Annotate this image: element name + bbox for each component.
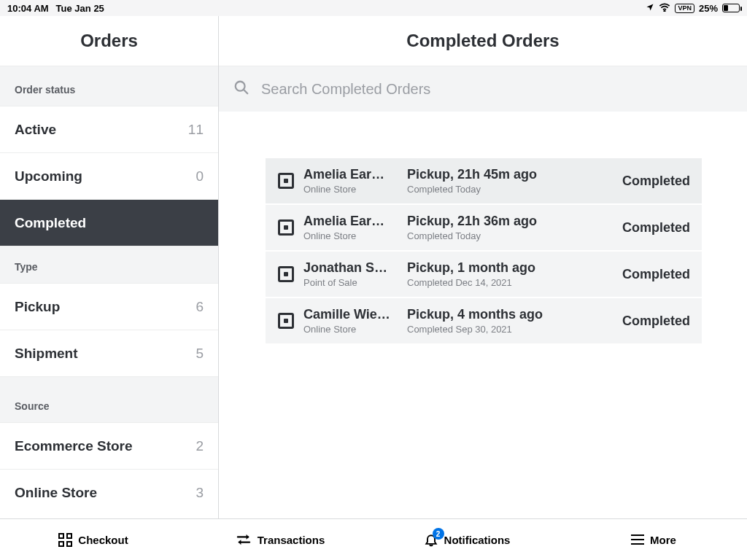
sidebar-item-count: 0: [196, 168, 204, 184]
sidebar-item-upcoming[interactable]: Upcoming 0: [0, 153, 218, 200]
order-status: Completed: [622, 174, 694, 189]
sidebar-item-label: Upcoming: [15, 168, 82, 184]
nav-transactions[interactable]: Transactions: [187, 533, 374, 546]
order-completed-date: Completed Today: [407, 230, 622, 241]
wifi-icon: [659, 3, 670, 14]
sidebar-item-count: 5: [196, 346, 204, 362]
sidebar-item-active[interactable]: Active 11: [0, 106, 218, 153]
sidebar-item-label: Pickup: [15, 299, 60, 315]
sidebar-item-shipment[interactable]: Shipment 5: [0, 330, 218, 377]
sidebar-item-pickup[interactable]: Pickup 6: [0, 284, 218, 330]
sidebar-item-online-store[interactable]: Online Store 3: [0, 470, 218, 516]
nav-label: More: [650, 534, 676, 546]
sidebar-item-label: Shipment: [15, 346, 78, 362]
nav-label: Checkout: [78, 534, 128, 546]
search-input[interactable]: [261, 81, 732, 98]
bottom-nav: Checkout Transactions 2 Notifications Mo…: [0, 518, 747, 560]
square-icon: [271, 266, 301, 282]
sidebar-item-label: Online Store: [15, 485, 97, 501]
order-list: Amelia Ear… Online Store Pickup, 21h 45m…: [219, 112, 747, 345]
grid-icon: [58, 533, 72, 547]
section-type: Type: [0, 246, 218, 284]
sidebar-item-label: Active: [15, 122, 56, 138]
sidebar-item-count: 3: [196, 485, 204, 501]
battery-percentage: 25%: [699, 3, 718, 14]
order-row[interactable]: Amelia Ear… Online Store Pickup, 21h 45m…: [266, 158, 702, 205]
sidebar-item-label: Ecommerce Store: [15, 438, 133, 454]
square-icon: [271, 313, 301, 329]
order-row[interactable]: Jonathan S… Point of Sale Pickup, 1 mont…: [266, 252, 702, 298]
square-icon: [271, 219, 301, 236]
order-customer-name: Amelia Ear…: [303, 214, 401, 229]
order-source: Point of Sale: [303, 277, 401, 288]
order-customer-name: Jonathan S…: [303, 260, 401, 276]
sidebar-item-count: 11: [188, 122, 204, 138]
nav-label: Transactions: [258, 534, 325, 546]
transfer-icon: [236, 533, 252, 546]
sidebar: Orders Order status Active 11 Upcoming 0…: [0, 16, 219, 518]
order-source: Online Store: [303, 184, 401, 195]
order-completed-date: Completed Dec 14, 2021: [407, 277, 622, 288]
order-info: Pickup, 1 month ago: [407, 260, 622, 276]
order-completed-date: Completed Today: [407, 184, 622, 195]
square-icon: [271, 173, 301, 189]
page-title: Completed Orders: [219, 16, 747, 66]
search-icon: [233, 79, 249, 98]
sidebar-item-completed[interactable]: Completed: [0, 200, 218, 246]
order-status: Completed: [622, 267, 694, 282]
order-info: Pickup, 21h 45m ago: [407, 167, 622, 182]
order-row[interactable]: Camille Wie… Online Store Pickup, 4 mont…: [266, 298, 702, 345]
order-source: Online Store: [303, 324, 401, 335]
order-row[interactable]: Amelia Ear… Online Store Pickup, 21h 36m…: [266, 205, 702, 252]
notification-badge: 2: [433, 528, 444, 540]
status-time: 10:04 AM: [7, 3, 49, 14]
location-icon: [646, 3, 654, 14]
sidebar-item-count: 2: [196, 438, 204, 454]
vpn-indicator: VPN: [675, 4, 694, 13]
order-source: Online Store: [303, 230, 401, 241]
nav-label: Notifications: [444, 534, 511, 546]
ipad-status-bar: 10:04 AM Tue Jan 25 VPN 25%: [0, 0, 747, 16]
search-bar[interactable]: [219, 66, 747, 112]
order-info: Pickup, 4 months ago: [407, 307, 622, 322]
nav-checkout[interactable]: Checkout: [0, 533, 187, 547]
order-completed-date: Completed Sep 30, 2021: [407, 324, 622, 335]
order-status: Completed: [622, 220, 694, 236]
nav-more[interactable]: More: [560, 534, 747, 546]
section-order-status: Order status: [0, 66, 218, 106]
svg-point-0: [665, 10, 666, 11]
main-content: Completed Orders Amelia Ear… Online Stor…: [219, 16, 747, 518]
sidebar-item-count: 6: [196, 299, 204, 315]
battery-icon: [722, 4, 740, 12]
sidebar-item-ecommerce-store[interactable]: Ecommerce Store 2: [0, 423, 218, 470]
svg-line-2: [244, 90, 247, 93]
order-customer-name: Camille Wie…: [303, 307, 401, 322]
section-source: Source: [0, 377, 218, 423]
nav-notifications[interactable]: 2 Notifications: [374, 532, 560, 547]
bell-icon: 2: [424, 532, 438, 547]
hamburger-icon: [631, 534, 644, 545]
order-status: Completed: [622, 314, 694, 329]
status-date: Tue Jan 25: [56, 3, 104, 14]
sidebar-item-label: Completed: [15, 215, 86, 231]
order-info: Pickup, 21h 36m ago: [407, 214, 622, 229]
order-customer-name: Amelia Ear…: [303, 167, 401, 182]
sidebar-title: Orders: [0, 16, 218, 66]
